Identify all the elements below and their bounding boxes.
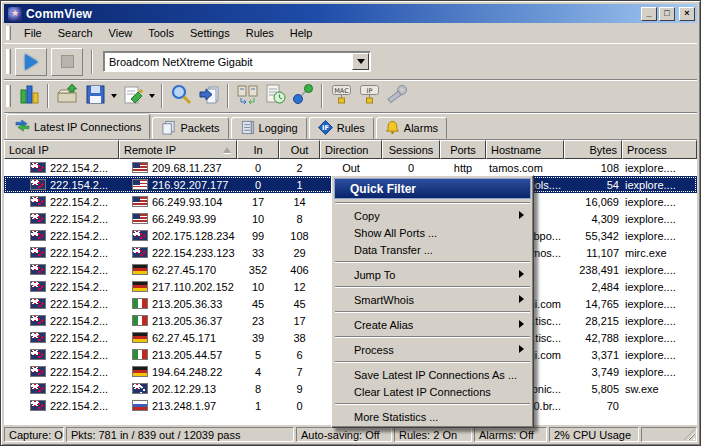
remote-ip-cell-text: 66.249.93.104	[152, 196, 222, 208]
column-header-ports[interactable]: Ports	[440, 140, 486, 159]
column-header-in[interactable]: In	[237, 140, 279, 159]
menu-item-label: SmartWhois	[354, 294, 414, 306]
out-cell: 1	[279, 176, 320, 193]
column-header-bytes[interactable]: Bytes	[564, 140, 622, 159]
menu-item-settings[interactable]: Settings	[183, 25, 237, 41]
bytes-cell-text: 42,788	[585, 332, 619, 344]
mac-addresses-button[interactable]: MAC	[327, 82, 355, 110]
out-cell: 2	[279, 159, 320, 176]
process-cell-text: iexplore....	[625, 230, 676, 242]
out-cell-text: 14	[293, 196, 305, 208]
tab-latest-ip-connections[interactable]: Latest IP Connections	[6, 114, 150, 139]
adapter-dropdown-button[interactable]	[352, 53, 369, 70]
context-menu-item-jump-to[interactable]: Jump To	[334, 266, 531, 283]
out-cell-text: 7	[296, 366, 302, 378]
process-cell-text: iexplore....	[625, 281, 676, 293]
menu-item-search[interactable]: Search	[51, 25, 100, 41]
local-ip-cell: 222.154.2...	[4, 193, 119, 210]
column-header-sessions[interactable]: Sessions	[382, 140, 440, 159]
ip-addresses-button[interactable]: IP	[355, 82, 383, 110]
save-dropdown-arrow-icon[interactable]	[109, 82, 119, 110]
main-toolbar-grip[interactable]	[6, 85, 11, 107]
in-cell-text: 10	[252, 213, 264, 225]
process-cell: iexplore....	[622, 210, 697, 227]
tab-logging[interactable]: Logging	[231, 117, 307, 139]
title-bar[interactable]: ★ CommView _ □ ×	[4, 4, 697, 23]
column-header-hostname[interactable]: Hostname	[486, 140, 564, 159]
status-text: Pkts: 781 in / 839 out / 12039 pass	[71, 429, 240, 441]
tab-rules[interactable]: IFRules	[309, 117, 374, 139]
menu-item-label: Jump To	[354, 269, 395, 281]
hostname-cell-text: .tisc...	[532, 315, 561, 327]
remote-ip-cell: 216.92.207.177	[119, 176, 237, 193]
open-logs-button[interactable]	[53, 82, 81, 110]
process-cell-text: mirc.exe	[625, 247, 667, 259]
save-button[interactable]	[81, 82, 109, 110]
capture-toolbar-grip[interactable]	[6, 49, 11, 74]
stop-capture-button[interactable]	[51, 48, 83, 76]
flag-it-icon	[132, 298, 148, 309]
tab-packets[interactable]: Packets	[152, 117, 228, 139]
remote-ip-cell-text: 194.64.248.22	[152, 366, 222, 378]
remote-ip-cell: 62.27.45.171	[119, 329, 237, 346]
in-cell: 352	[237, 261, 279, 278]
local-ip-cell: 222.154.2...	[4, 261, 119, 278]
in-cell: 33	[237, 244, 279, 261]
options-button[interactable]	[383, 82, 411, 110]
in-cell-text: 1	[255, 400, 261, 412]
menu-bar-grip[interactable]	[6, 26, 11, 40]
menu-item-file[interactable]: File	[17, 25, 49, 41]
menu-separator	[335, 403, 530, 405]
context-menu-item-clear-latest-ip-connections[interactable]: Clear Latest IP Connections	[334, 383, 531, 400]
context-menu-item-show-all-ports[interactable]: Show All Ports ...	[334, 224, 531, 241]
node-graph-button[interactable]	[289, 82, 317, 110]
menu-item-help[interactable]: Help	[283, 25, 320, 41]
statistics-button[interactable]	[15, 82, 43, 110]
in-cell: 99	[237, 227, 279, 244]
menu-separator	[335, 336, 530, 338]
scheduler-button[interactable]	[261, 82, 289, 110]
adapter-select[interactable]: Broadcom NetXtreme Gigabit	[103, 51, 371, 72]
close-icon[interactable]: ×	[679, 7, 695, 21]
column-header-direction[interactable]: Direction	[320, 140, 382, 159]
context-menu-item-data-transfer[interactable]: Data Transfer ...	[334, 241, 531, 258]
process-cell	[622, 397, 697, 414]
column-header-local-ip[interactable]: Local IP	[4, 140, 119, 159]
hosts-button[interactable]	[233, 82, 261, 110]
maximize-icon[interactable]: □	[659, 7, 675, 21]
menu-item-rules[interactable]: Rules	[239, 25, 281, 41]
column-header-remote-ip[interactable]: Remote IP	[119, 140, 237, 159]
resize-grip-icon[interactable]	[684, 429, 695, 440]
in-cell: 4	[237, 363, 279, 380]
context-menu-item-create-alias[interactable]: Create Alias	[334, 316, 531, 333]
column-header-process[interactable]: Process	[622, 140, 697, 159]
context-menu-item-more-statistics[interactable]: More Statistics ...	[334, 408, 531, 425]
packet-generator-button[interactable]	[195, 82, 223, 110]
find-button[interactable]	[167, 82, 195, 110]
column-header-label: Bytes	[589, 144, 617, 156]
table-row[interactable]: 222.154.2...209.68.11.23702Out0httptamos…	[4, 159, 697, 176]
hostname-cell-text: li.com	[532, 298, 561, 310]
start-capture-button[interactable]	[15, 48, 47, 76]
bytes-cell: 16,069	[564, 193, 622, 210]
save-icon	[84, 83, 107, 110]
clear-button[interactable]	[119, 82, 147, 110]
context-menu-item-smartwhois[interactable]: SmartWhois	[334, 291, 531, 308]
context-menu: Quick Filter CopyShow All Ports ...Data …	[331, 175, 534, 428]
minimize-icon[interactable]: _	[641, 7, 657, 21]
tab-alarms[interactable]: Alarms	[376, 117, 447, 139]
column-header-label: Ports	[450, 144, 476, 156]
menu-item-view[interactable]: View	[102, 25, 140, 41]
column-header-out[interactable]: Out	[279, 140, 320, 159]
flag-nz-icon	[30, 400, 46, 411]
bytes-cell-text: 11,107	[586, 247, 619, 259]
play-icon	[25, 54, 38, 70]
clear-dropdown-arrow-icon[interactable]	[147, 82, 157, 110]
process-cell-text: iexplore....	[625, 349, 676, 361]
flag-au-icon	[132, 383, 148, 394]
menu-item-tools[interactable]: Tools	[141, 25, 181, 41]
context-menu-item-copy[interactable]: Copy	[334, 207, 531, 224]
context-menu-item-save-latest-ip-connections-as[interactable]: Save Latest IP Connections As ...	[334, 366, 531, 383]
context-menu-item-process[interactable]: Process	[334, 341, 531, 358]
context-menu-item-quick-filter[interactable]: Quick Filter	[334, 178, 531, 199]
